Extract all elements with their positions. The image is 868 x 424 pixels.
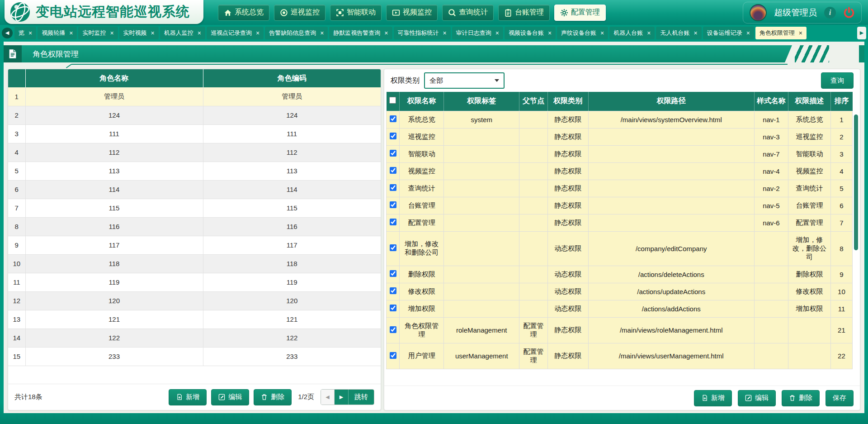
close-icon[interactable]: × — [320, 30, 324, 36]
nav-item-inspection-monitor[interactable]: 巡视监控 — [274, 5, 326, 21]
row-checkbox[interactable] — [390, 201, 396, 208]
close-icon[interactable]: × — [69, 30, 73, 36]
query-button[interactable]: 查询 — [821, 72, 854, 89]
tab[interactable]: 实时监控 × — [78, 27, 118, 39]
role-row[interactable]: 7 115 115 — [8, 199, 381, 217]
close-icon[interactable]: × — [443, 30, 447, 36]
close-icon[interactable]: × — [384, 30, 388, 36]
perm-path-header: 权限路径 — [588, 92, 754, 111]
pager: ◀ ▶ 跳转 — [321, 389, 374, 405]
power-icon[interactable] — [843, 7, 855, 19]
tab[interactable]: 静默监视告警查询 × — [329, 27, 392, 39]
close-icon[interactable]: × — [198, 30, 201, 36]
close-icon[interactable]: × — [647, 30, 651, 36]
role-row[interactable]: 6 114 114 — [8, 180, 381, 199]
tab[interactable]: 告警缺陷信息查询 × — [265, 27, 328, 39]
tab[interactable]: 审计日志查询 × — [452, 27, 503, 39]
close-icon[interactable]: × — [28, 30, 32, 36]
perm-type-cell: 静态权限 — [547, 317, 588, 343]
tab[interactable]: 设备运维记录 × — [703, 27, 754, 39]
close-icon[interactable]: × — [495, 30, 499, 36]
close-icon[interactable]: × — [110, 30, 113, 36]
tab[interactable]: 巡视点记录查询 × — [207, 27, 264, 39]
scrollbar-thumb[interactable] — [854, 114, 858, 250]
role-row[interactable]: 11 119 119 — [8, 273, 381, 291]
row-checkbox[interactable] — [390, 167, 396, 174]
nav-item-query-statistics[interactable]: 查询统计 — [442, 5, 494, 21]
role-row[interactable]: 15 233 233 — [8, 347, 381, 366]
nav-item-system-overview[interactable]: 系统总览 — [218, 5, 269, 21]
edit-permission-button[interactable]: 编辑 — [738, 390, 776, 406]
role-name-cell: 119 — [25, 273, 203, 291]
perm-parent-cell: 配置管理 — [519, 317, 548, 343]
role-row[interactable]: 14 122 122 — [8, 329, 381, 347]
edit-role-button[interactable]: 编辑 — [211, 389, 249, 405]
nav-item-config-management[interactable]: 配置管理 — [554, 5, 606, 21]
row-checkbox[interactable] — [390, 219, 396, 225]
perm-tag-cell — [444, 266, 519, 283]
close-icon[interactable]: × — [693, 30, 697, 36]
add-permission-button[interactable]: 新增 — [694, 390, 732, 406]
tab[interactable]: 实时视频 × — [119, 27, 159, 39]
delete-role-button[interactable]: 删除 — [254, 389, 292, 405]
nav-item-smart-linkage[interactable]: 智能联动 — [330, 5, 382, 21]
role-row[interactable]: 2 124 124 — [8, 106, 381, 124]
nav-item-video-monitor[interactable]: 视频监控 — [386, 5, 438, 21]
row-checkbox[interactable] — [390, 352, 396, 359]
next-page-button[interactable]: ▶ — [335, 390, 348, 405]
row-checkbox[interactable] — [390, 133, 396, 139]
row-checkbox[interactable] — [390, 184, 396, 191]
role-row[interactable]: 5 113 113 — [8, 162, 381, 180]
role-code-cell: 114 — [203, 180, 381, 199]
close-icon[interactable]: × — [600, 30, 604, 36]
permission-type-select[interactable]: 全部 — [424, 72, 505, 89]
tab[interactable]: 视频轮播 × — [38, 27, 77, 39]
role-row[interactable]: 3 111 111 — [8, 124, 381, 143]
perm-path-cell — [588, 128, 754, 145]
role-row[interactable]: 8 116 116 — [8, 217, 381, 236]
add-role-button[interactable]: 新增 — [169, 389, 207, 405]
row-checkbox[interactable] — [390, 305, 396, 311]
tab[interactable]: 可靠性指标统计 × — [394, 27, 451, 39]
select-all-checkbox[interactable] — [389, 97, 396, 104]
row-checkbox[interactable] — [390, 244, 396, 251]
role-name-cell: 118 — [25, 254, 203, 273]
role-row[interactable]: 9 117 117 — [8, 236, 381, 254]
tab-scroll-left-button[interactable]: ◀ — [2, 28, 13, 38]
delete-permission-button[interactable]: 删除 — [782, 390, 820, 406]
close-icon[interactable]: × — [256, 30, 259, 36]
role-row[interactable]: 1 管理员 管理员 — [8, 87, 381, 106]
role-row[interactable]: 12 120 120 — [8, 291, 381, 310]
tab[interactable]: 声纹设备台账 × — [557, 27, 608, 39]
tab[interactable]: 览 × — [14, 27, 36, 39]
tab[interactable]: 角色权限管理 × — [755, 27, 807, 39]
prev-page-button[interactable]: ◀ — [321, 390, 335, 405]
role-index-header — [8, 69, 25, 87]
role-row[interactable]: 13 121 121 — [8, 310, 381, 329]
jump-button[interactable]: 跳转 — [348, 390, 374, 405]
row-checkbox[interactable] — [390, 270, 396, 277]
close-icon[interactable]: × — [746, 30, 750, 36]
row-checkbox[interactable] — [390, 115, 396, 122]
info-icon[interactable] — [824, 7, 836, 19]
close-icon[interactable]: × — [548, 30, 552, 36]
row-checkbox[interactable] — [390, 150, 396, 157]
perm-order-cell: 3 — [830, 145, 852, 162]
role-row[interactable]: 10 118 118 — [8, 254, 381, 273]
close-icon[interactable]: × — [799, 30, 802, 36]
perm-check-cell — [387, 145, 400, 162]
role-row[interactable]: 4 112 112 — [8, 143, 381, 162]
tab[interactable]: 机器人台账 × — [609, 27, 655, 39]
role-index-cell: 13 — [8, 310, 25, 329]
row-checkbox[interactable] — [390, 287, 396, 294]
tab[interactable]: 机器人监控 × — [160, 27, 205, 39]
permission-row: 修改权限 动态权限 /actions/updateActions 修改权限 10 — [387, 283, 853, 300]
tab[interactable]: 视频设备台账 × — [505, 27, 556, 39]
close-icon[interactable]: × — [151, 30, 155, 36]
tab[interactable]: 无人机台账 × — [656, 27, 701, 39]
tab-scroll-right-button[interactable]: ▶ — [857, 27, 866, 39]
user-name: 超级管理员 — [774, 7, 817, 19]
save-button[interactable]: 保存 — [826, 390, 854, 406]
row-checkbox[interactable] — [390, 326, 396, 333]
nav-item-ledger-management[interactable]: 台账管理 — [498, 5, 550, 21]
